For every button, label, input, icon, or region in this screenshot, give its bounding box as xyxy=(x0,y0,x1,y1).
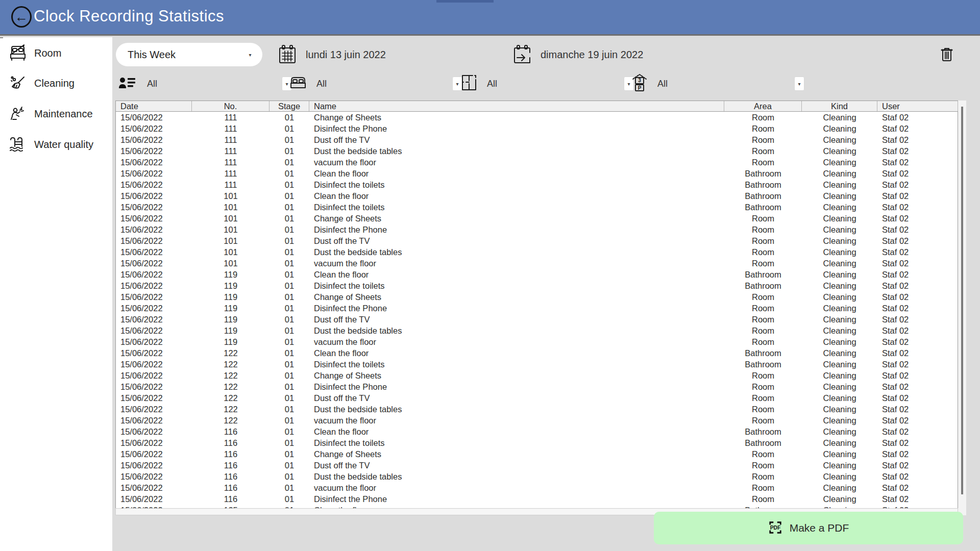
column-header[interactable]: Stage xyxy=(270,101,309,111)
table-row[interactable]: 15/06/202211901Disinfect the PhoneRoomCl… xyxy=(116,303,958,314)
floorplan-filter-icon xyxy=(460,74,478,93)
room-filter-value: All xyxy=(316,79,452,89)
table-cell: 15/06/2022 xyxy=(116,235,192,246)
clear-filter-button[interactable] xyxy=(939,47,954,62)
chevron-down-icon[interactable]: ▾ xyxy=(794,77,804,91)
table-cell: 15/06/2022 xyxy=(116,437,192,448)
table-row[interactable]: 15/06/202212201Disinfect the PhoneRoomCl… xyxy=(116,381,958,392)
table-row[interactable]: 15/06/202211601Disinfect the toiletsBath… xyxy=(116,437,958,448)
table-row[interactable]: 15/06/202210101Disinfect the PhoneRoomCl… xyxy=(116,224,958,235)
table-row[interactable]: 15/06/202211601vacuum the floorRoomClean… xyxy=(116,482,958,493)
table-row[interactable]: 15/06/202210101Dust the bedside tablesRo… xyxy=(116,246,958,258)
column-header[interactable]: Date xyxy=(116,101,192,111)
table-cell: Room xyxy=(724,303,802,314)
table-cell: 119 xyxy=(192,336,270,347)
table-cell: 15/06/2022 xyxy=(116,246,192,258)
column-header[interactable]: Kind xyxy=(802,101,877,111)
table-row[interactable]: 15/06/202212201Clean the floorBathroomCl… xyxy=(116,347,958,359)
table-row[interactable]: 15/06/202211101Change of SheetsRoomClean… xyxy=(116,112,958,123)
table-row[interactable]: 15/06/202212201Dust the bedside tablesRo… xyxy=(116,404,958,415)
table-cell: 01 xyxy=(270,213,309,224)
table-cell: Staf 02 xyxy=(877,213,958,224)
room-filter[interactable]: All ▾ xyxy=(289,73,462,94)
table-row[interactable]: 15/06/202211901Disinfect the toiletsBath… xyxy=(116,280,958,291)
table-cell: Cleaning xyxy=(802,190,877,202)
table-cell: 15/06/2022 xyxy=(116,392,192,404)
table-cell: 15/06/2022 xyxy=(116,213,192,224)
records-table: DateNo.StageNameAreaKindUser 15/06/20221… xyxy=(115,101,958,509)
table-row[interactable]: 15/06/202211601Change of SheetsRoomClean… xyxy=(116,448,958,460)
floorplan-filter[interactable]: All ▾ xyxy=(460,73,634,94)
table-row[interactable]: 15/06/202212201Change of SheetsRoomClean… xyxy=(116,370,958,381)
chevron-down-icon[interactable]: ▾ xyxy=(245,47,255,62)
table-row[interactable]: 15/06/202211101Disinfect the PhoneRoomCl… xyxy=(116,123,958,134)
column-header[interactable]: No. xyxy=(192,101,270,111)
table-row[interactable]: 15/06/202212201vacuum the floorRoomClean… xyxy=(116,415,958,426)
table-row[interactable]: 15/06/202211601Dust the bedside tablesRo… xyxy=(116,471,958,482)
table-row[interactable]: 15/06/202211101Clean the floorBathroomCl… xyxy=(116,168,958,179)
table-row[interactable]: 15/06/202211101Disinfect the toiletsBath… xyxy=(116,179,958,190)
table-cell: Disinfect the Phone xyxy=(309,493,724,505)
calendar-arrow-icon xyxy=(513,44,531,65)
sidebar-item-room[interactable]: Room xyxy=(0,38,112,68)
back-button[interactable]: ← xyxy=(11,6,32,28)
staff-filter-icon xyxy=(118,76,136,91)
column-header[interactable]: Name xyxy=(309,101,724,111)
table-cell: 122 xyxy=(192,359,270,370)
table-cell: Staf 02 xyxy=(877,157,958,168)
start-date-picker[interactable]: lundi 13 juin 2022 xyxy=(278,44,386,65)
table-cell: Cleaning xyxy=(802,460,877,471)
table-row[interactable]: 15/06/202210101Change of SheetsRoomClean… xyxy=(116,213,958,224)
table-cell: Staf 02 xyxy=(877,359,958,370)
table-body[interactable]: 15/06/202211101Change of SheetsRoomClean… xyxy=(116,112,958,509)
table-row[interactable]: 15/06/202211101Dust the bedside tablesRo… xyxy=(116,145,958,157)
table-row[interactable]: 15/06/202211601Dust off the TVRoomCleani… xyxy=(116,460,958,471)
table-row[interactable]: 15/06/202212201Disinfect the toiletsBath… xyxy=(116,359,958,370)
table-cell: Disinfect the Phone xyxy=(309,303,724,314)
end-date-picker[interactable]: dimanche 19 juin 2022 xyxy=(513,44,643,65)
staff-filter[interactable]: All ▾ xyxy=(118,73,292,94)
table-cell: Room xyxy=(724,370,802,381)
table-row[interactable]: 15/06/202211101vacuum the floorRoomClean… xyxy=(116,157,958,168)
table-cell: Dust the bedside tables xyxy=(309,471,724,482)
table-cell: 111 xyxy=(192,112,270,123)
table-row[interactable]: 15/06/202212201Dust off the TVRoomCleani… xyxy=(116,392,958,404)
calendar-icon xyxy=(278,44,297,65)
table-row[interactable]: 15/06/202211601Clean the floorBathroomCl… xyxy=(116,426,958,437)
table-cell: 01 xyxy=(270,392,309,404)
vertical-scrollbar[interactable] xyxy=(958,101,966,515)
table-cell: Staf 02 xyxy=(877,269,958,280)
building-floor-filter[interactable]: 3 P All ▾ xyxy=(631,73,804,94)
table-cell: 01 xyxy=(270,134,309,145)
table-row[interactable]: 15/06/202211901Clean the floorBathroomCl… xyxy=(116,269,958,280)
table-cell: Staf 02 xyxy=(877,370,958,381)
column-header[interactable]: Area xyxy=(724,101,802,111)
table-row[interactable]: 15/06/202211601Disinfect the PhoneRoomCl… xyxy=(116,493,958,505)
table-cell: Dust the bedside tables xyxy=(309,404,724,415)
table-row[interactable]: 15/06/202210101Disinfect the toiletsBath… xyxy=(116,202,958,213)
table-row[interactable]: 15/06/202211901Dust off the TVRoomCleani… xyxy=(116,314,958,325)
table-cell: vacuum the floor xyxy=(309,482,724,493)
make-pdf-button[interactable]: PDF Make a PDF xyxy=(654,512,963,544)
table-cell: 01 xyxy=(270,415,309,426)
table-cell: Cleaning xyxy=(802,426,877,437)
table-row[interactable]: 15/06/202210101vacuum the floorRoomClean… xyxy=(116,258,958,269)
period-select[interactable]: This Week ▾ xyxy=(116,43,262,66)
table-cell: Room xyxy=(724,460,802,471)
table-row[interactable]: 15/06/202211101Dust off the TVRoomCleani… xyxy=(116,134,958,145)
table-cell: 122 xyxy=(192,370,270,381)
sidebar-item-cleaning[interactable]: Cleaning xyxy=(0,68,112,98)
column-header[interactable]: User xyxy=(877,101,958,111)
table-cell: Room xyxy=(724,415,802,426)
table-row[interactable]: 15/06/202211901Change of SheetsRoomClean… xyxy=(116,291,958,303)
table-row[interactable]: 15/06/202210101Clean the floorBathroomCl… xyxy=(116,190,958,202)
table-row[interactable]: 15/06/202210101Dust off the TVRoomCleani… xyxy=(116,235,958,246)
sidebar-item-water-quality[interactable]: Water quality xyxy=(0,130,112,159)
table-cell: 01 xyxy=(270,190,309,202)
filter-bar: All ▾ All ▾ All ▾ xyxy=(112,73,980,94)
sidebar-item-maintenance[interactable]: Maintenance xyxy=(0,99,112,129)
scrollbar-thumb[interactable] xyxy=(961,107,963,494)
table-row[interactable]: 15/06/202211901vacuum the floorRoomClean… xyxy=(116,336,958,347)
table-cell: Cleaning xyxy=(802,471,877,482)
table-row[interactable]: 15/06/202211901Dust the bedside tablesRo… xyxy=(116,325,958,336)
